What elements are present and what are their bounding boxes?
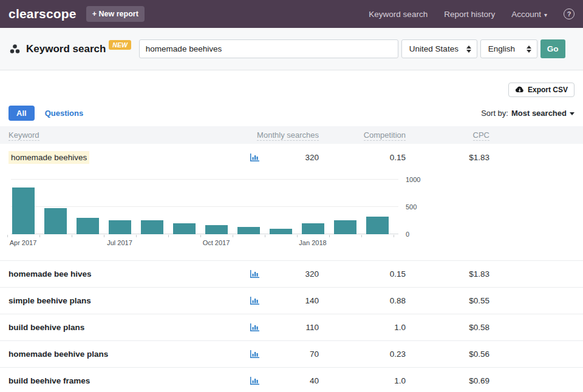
monthly-searches-value: 110: [270, 323, 319, 332]
help-icon[interactable]: ?: [564, 8, 574, 19]
competition-value: 0.15: [319, 153, 406, 162]
chart-bar-apr-2017: [12, 188, 35, 234]
cluster-icon: [9, 43, 21, 55]
x-axis-slot: [77, 238, 109, 248]
chart-bar-feb-2018: [334, 220, 356, 234]
navbar-link[interactable]: Account ▾: [511, 10, 547, 19]
country-select-value: United States: [409, 44, 459, 53]
cpc-value: $1.83: [406, 153, 489, 162]
chart-y-axis: 10005000: [406, 179, 442, 235]
x-axis-label: Jan 2018: [299, 239, 326, 246]
x-axis-label: Jul 2017: [107, 239, 132, 246]
tab-all[interactable]: All: [9, 106, 35, 121]
trend-chart-toggle[interactable]: [250, 377, 270, 385]
navbar-link[interactable]: Report history: [444, 10, 495, 19]
caret-down-icon: ▾: [544, 12, 547, 18]
x-axis-slot: [237, 238, 270, 248]
x-axis-slot: [173, 238, 205, 248]
export-csv-label: Export CSV: [528, 86, 568, 94]
cpc-value: $0.69: [406, 376, 489, 385]
keyword-text: build beehive frames: [9, 376, 90, 385]
cpc-value: $1.83: [406, 269, 489, 279]
x-axis-slot: Jul 2017: [109, 238, 141, 248]
x-axis-label: Apr 2017: [10, 239, 37, 246]
trend-chart-toggle[interactable]: [250, 323, 270, 331]
chart-bar-nov-2017: [237, 227, 260, 234]
competition-value: 1.0: [319, 376, 406, 385]
country-select[interactable]: United States: [401, 39, 477, 58]
new-report-button[interactable]: + New report: [86, 6, 145, 22]
monthly-searches-value: 320: [270, 153, 319, 162]
plus-icon: +: [92, 10, 97, 18]
language-select-value: English: [488, 44, 515, 53]
chart-plot-area: Apr 2017Jul 2017Oct 2017Jan 2018: [11, 179, 398, 235]
table-row[interactable]: homemade beehives 320 0.15 $1.83: [0, 144, 583, 171]
navbar-links: Keyword search Report history Account ▾: [369, 10, 547, 19]
monthly-searches-trend-chart: Apr 2017Jul 2017Oct 2017Jan 2018 1000500…: [0, 171, 583, 260]
page-title: Keyword search: [26, 43, 106, 55]
navbar-link-label: Account: [511, 10, 541, 19]
y-axis-label-0: 0: [406, 231, 409, 238]
x-axis-slot: [270, 238, 302, 248]
chart-bar-sep-2017: [173, 223, 196, 234]
chart-bar-dec-2017: [270, 229, 292, 234]
cloud-download-icon: [515, 86, 524, 93]
header-monthly-searches[interactable]: Monthly searches: [257, 130, 319, 140]
x-axis-slot: [334, 238, 366, 248]
x-axis-slot: [141, 238, 173, 248]
competition-value: 0.15: [319, 269, 406, 279]
table-row[interactable]: homemade beehive plans 70 0.23 $0.56: [0, 340, 583, 367]
navbar-link[interactable]: Keyword search: [369, 10, 428, 19]
table-row[interactable]: homemade bee hives 320 0.15 $1.83: [0, 260, 583, 287]
keyword-text: homemade bee hives: [9, 269, 92, 279]
cpc-value: $0.56: [406, 350, 489, 359]
chart-bar-aug-2017: [141, 220, 163, 234]
x-axis-slot: [366, 238, 398, 248]
navbar-link-label: Report history: [444, 10, 495, 19]
table-row[interactable]: simple beehive plans 140 0.88 $0.55: [0, 287, 583, 314]
new-badge: NEW: [109, 40, 131, 50]
monthly-searches-value: 70: [270, 350, 319, 359]
tab-questions[interactable]: Questions: [37, 106, 92, 121]
tabs-row: AllQuestions Sort by: Most searched: [9, 105, 574, 121]
keyword-text: build beehive plans: [9, 323, 84, 332]
bar-chart-icon: [250, 377, 259, 385]
cpc-value: $0.58: [406, 323, 489, 332]
trend-chart-toggle[interactable]: [250, 270, 270, 278]
header-competition[interactable]: Competition: [364, 130, 406, 140]
y-axis-label-500: 500: [406, 203, 417, 211]
language-select[interactable]: English: [480, 39, 537, 58]
table-header-row: Keyword Monthly searches Competition CPC: [0, 126, 583, 144]
table-row[interactable]: build beehive plans 110 1.0 $0.58: [0, 314, 583, 340]
keyword-search-input[interactable]: [139, 39, 398, 58]
chart-bar-mar-2018: [366, 217, 389, 234]
bar-chart-icon: [250, 323, 259, 331]
top-navbar: clearscope + New report Keyword search R…: [0, 0, 583, 28]
bar-chart-icon: [250, 154, 259, 161]
new-report-label: New report: [99, 10, 138, 18]
bar-chart-icon: [250, 297, 259, 305]
export-csv-button[interactable]: Export CSV: [508, 83, 574, 97]
competition-value: 0.23: [319, 350, 406, 359]
navbar-link-label: Keyword search: [369, 10, 428, 19]
header-cpc[interactable]: CPC: [473, 130, 489, 140]
header-keyword[interactable]: Keyword: [9, 130, 39, 140]
bar-chart-icon: [250, 350, 259, 358]
keyword-search-bar: Keyword search NEW United States English…: [0, 28, 583, 70]
y-axis-label-1000: 1000: [406, 176, 420, 183]
brand-logo[interactable]: clearscope: [9, 7, 77, 21]
trend-chart-toggle[interactable]: [250, 297, 270, 305]
x-axis-slot: Oct 2017: [205, 238, 237, 248]
keyword-results-table: Keyword Monthly searches Competition CPC…: [0, 126, 583, 392]
chart-bar-oct-2017: [205, 225, 228, 234]
trend-chart-toggle[interactable]: [250, 154, 270, 161]
x-axis-slot: Jan 2018: [302, 238, 334, 248]
go-button[interactable]: Go: [540, 39, 565, 58]
results-panel: Export CSV AllQuestions Sort by: Most se…: [0, 70, 583, 392]
keyword-text: simple beehive plans: [9, 296, 91, 305]
chart-bar-may-2017: [44, 208, 67, 234]
trend-chart-toggle[interactable]: [250, 350, 270, 358]
sort-by-control[interactable]: Sort by: Most searched: [481, 109, 574, 118]
table-row[interactable]: build beehive frames 40 1.0 $0.69: [0, 367, 583, 392]
cpc-value: $0.55: [406, 296, 489, 305]
